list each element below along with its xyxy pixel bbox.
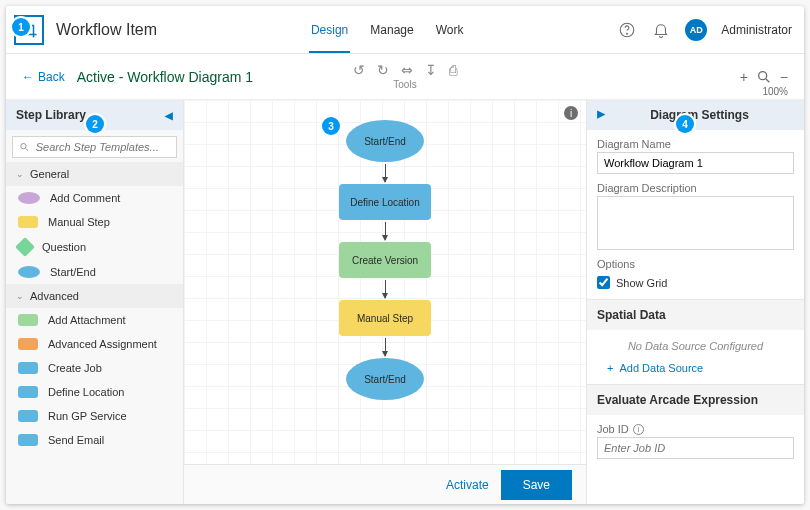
nav-manage[interactable]: Manage xyxy=(368,7,415,53)
step-template[interactable]: Define Location xyxy=(6,380,183,404)
step-template[interactable]: Advanced Assignment xyxy=(6,332,183,356)
step-template[interactable]: Add Attachment xyxy=(6,308,183,332)
magnifier-icon[interactable] xyxy=(756,69,772,85)
step-template-label: Start/End xyxy=(50,266,96,278)
show-grid-checkbox[interactable] xyxy=(597,276,610,289)
arcade-header: Evaluate Arcade Expression xyxy=(587,384,804,415)
show-grid-row[interactable]: Show Grid xyxy=(597,276,794,289)
group-general-list: Add CommentManual StepQuestionStart/End xyxy=(6,186,183,284)
svg-point-1 xyxy=(627,33,628,34)
nav-work[interactable]: Work xyxy=(434,7,466,53)
plus-icon: + xyxy=(607,362,613,374)
step-template-label: Send Email xyxy=(48,434,104,446)
diagram-settings-title: Diagram Settings xyxy=(650,108,749,122)
diamond-icon xyxy=(15,237,35,257)
chevron-down-icon: ⌄ xyxy=(16,291,24,301)
group-general-label: General xyxy=(30,168,69,180)
activate-link[interactable]: Activate xyxy=(446,478,489,492)
step-template[interactable]: Manual Step xyxy=(6,210,183,234)
workflow-flow: Start/EndDefine LocationCreate VersionMa… xyxy=(339,120,431,400)
user-name[interactable]: Administrator xyxy=(721,23,792,37)
step-template-label: Create Job xyxy=(48,362,102,374)
flow-node[interactable]: Start/End xyxy=(346,120,424,162)
zoom-percent: 100% xyxy=(762,86,788,97)
jobid-label: Job ID xyxy=(597,423,629,435)
ellipse-icon xyxy=(18,266,40,278)
back-label: Back xyxy=(38,70,65,84)
step-template-label: Add Attachment xyxy=(48,314,126,326)
jobid-label-row: Job ID i xyxy=(597,423,794,435)
rect-icon xyxy=(18,386,38,398)
flow-arrow xyxy=(385,338,386,356)
flow-node[interactable]: Create Version xyxy=(339,242,431,278)
flow-arrow xyxy=(385,222,386,240)
flow-arrow xyxy=(385,164,386,182)
fit-icon[interactable]: ⇔ xyxy=(401,63,413,77)
zoom-out-icon[interactable]: − xyxy=(780,69,788,85)
info-icon[interactable]: i xyxy=(564,106,578,120)
layout-icon[interactable]: ↧ xyxy=(425,63,437,77)
search-icon xyxy=(19,141,30,153)
step-template-label: Advanced Assignment xyxy=(48,338,157,350)
info-small-icon[interactable]: i xyxy=(633,424,644,435)
flow-node[interactable]: Define Location xyxy=(339,184,431,220)
group-advanced-header[interactable]: ⌄ Advanced xyxy=(6,284,183,308)
zoom-in-icon[interactable]: + xyxy=(740,69,748,85)
diagram-desc-label: Diagram Description xyxy=(597,182,794,194)
diagram-settings-panel: ◀ Diagram Settings Diagram Name Diagram … xyxy=(586,100,804,504)
add-data-source-label: Add Data Source xyxy=(619,362,703,374)
redo-icon[interactable]: ↻ xyxy=(377,63,389,77)
user-avatar[interactable]: AD xyxy=(685,19,707,41)
step-library-title: Step Library xyxy=(16,108,86,122)
collapse-left-icon[interactable]: ◀ xyxy=(165,110,173,121)
diagram-canvas[interactable]: i Start/EndDefine LocationCreate Version… xyxy=(184,100,586,464)
diagram-name-input[interactable] xyxy=(597,152,794,174)
add-data-source-link[interactable]: + Add Data Source xyxy=(587,362,804,384)
options-label: Options xyxy=(597,258,794,270)
step-template[interactable]: Add Comment xyxy=(6,186,183,210)
help-icon[interactable] xyxy=(617,20,637,40)
svg-point-3 xyxy=(21,143,26,148)
undo-icon[interactable]: ↺ xyxy=(353,63,365,77)
spatial-data-header: Spatial Data xyxy=(587,299,804,330)
step-template-label: Manual Step xyxy=(48,216,110,228)
flow-node[interactable]: Manual Step xyxy=(339,300,431,336)
print-icon[interactable]: ⎙ xyxy=(449,63,457,77)
diagram-title: Active - Workflow Diagram 1 xyxy=(77,69,253,85)
app-frame: Workflow Item Design Manage Work AD Admi… xyxy=(6,6,804,504)
collapse-right-icon[interactable]: ◀ xyxy=(597,110,605,121)
rect-icon xyxy=(18,338,38,350)
canvas-wrap: i Start/EndDefine LocationCreate Version… xyxy=(184,100,586,504)
rect-icon xyxy=(18,410,38,422)
top-right-actions: AD Administrator xyxy=(617,19,792,41)
flow-node[interactable]: Start/End xyxy=(346,358,424,400)
callout-1: 1 xyxy=(12,18,30,36)
diagram-settings-header: ◀ Diagram Settings xyxy=(587,100,804,130)
step-template[interactable]: Send Email xyxy=(6,428,183,452)
step-template[interactable]: Create Job xyxy=(6,356,183,380)
rect-icon xyxy=(18,314,38,326)
diagram-name-label: Diagram Name xyxy=(597,138,794,150)
rect-icon xyxy=(18,216,38,228)
step-template[interactable]: Run GP Service xyxy=(6,404,183,428)
nav-design[interactable]: Design xyxy=(309,7,350,53)
diagram-desc-input[interactable] xyxy=(597,196,794,250)
step-template-label: Question xyxy=(42,241,86,253)
step-search[interactable] xyxy=(12,136,177,158)
top-bar: Workflow Item Design Manage Work AD Admi… xyxy=(6,6,804,54)
step-search-input[interactable] xyxy=(36,141,170,153)
step-library-panel: Step Library ◀ ⌄ General Add CommentManu… xyxy=(6,100,184,504)
step-template[interactable]: Start/End xyxy=(6,260,183,284)
show-grid-label: Show Grid xyxy=(616,277,667,289)
back-link[interactable]: ← Back xyxy=(22,70,65,84)
step-template[interactable]: Question xyxy=(6,234,183,260)
group-general-header[interactable]: ⌄ General xyxy=(6,162,183,186)
callout-3: 3 xyxy=(322,117,340,135)
bell-icon[interactable] xyxy=(651,20,671,40)
app-title: Workflow Item xyxy=(56,21,157,39)
primary-nav: Design Manage Work xyxy=(157,7,617,53)
jobid-input[interactable] xyxy=(597,437,794,459)
zoom-controls: + − xyxy=(740,69,788,85)
chevron-down-icon: ⌄ xyxy=(16,169,24,179)
save-button[interactable]: Save xyxy=(501,470,572,500)
